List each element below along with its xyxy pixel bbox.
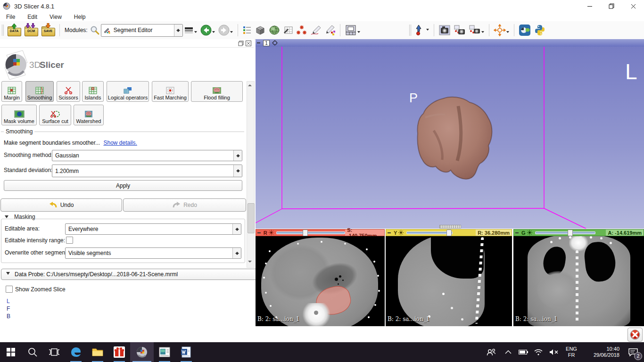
effect-surface-cut-button[interactable]: Surface cut (39, 105, 71, 125)
annotate-color-pen-button[interactable] (324, 25, 336, 35)
toolbar-grip[interactable] (2, 25, 4, 36)
green-slice-pin-button[interactable] (515, 232, 519, 233)
effect-margin-button[interactable]: Margin (1, 81, 22, 102)
editable-area-combobox[interactable]: Everywhere (65, 223, 241, 235)
taskbar-search-button[interactable] (22, 342, 43, 362)
scene-view-button[interactable] (454, 25, 466, 36)
tray-expand-button[interactable] (501, 342, 516, 362)
module-selector-spinner[interactable] (174, 25, 182, 36)
green-slice-viewport[interactable]: B: 2: sa...ion_1 (513, 236, 644, 326)
stddev-spinner[interactable] (233, 165, 242, 177)
green-slice-visibility-icon[interactable] (527, 230, 532, 235)
overwrite-combobox[interactable]: Visible segments (65, 247, 241, 259)
restore-button[interactable] (601, 0, 622, 12)
effect-mask-volume-button[interactable]: Mask volume (1, 105, 37, 125)
extensions-manager-button[interactable] (519, 24, 531, 36)
effect-flood-filling-button[interactable]: Flood filling (191, 81, 243, 102)
error-log-button[interactable] (627, 328, 643, 342)
toolbar-grip[interactable] (409, 25, 411, 36)
taskbar-word-button[interactable] (175, 342, 197, 362)
menu-file[interactable]: File (0, 14, 21, 20)
favorite-modules-button[interactable] (242, 25, 252, 35)
menu-help[interactable]: Help (68, 14, 92, 20)
show-details-link[interactable]: Show details. (103, 140, 137, 146)
red-slice-viewport[interactable]: B: 2: sa...ion_1 (256, 236, 385, 326)
module-history-button[interactable] (184, 26, 198, 34)
data-module-button[interactable] (255, 25, 266, 36)
minimize-button[interactable] (579, 0, 601, 12)
scroll-up-icon[interactable] (248, 82, 252, 85)
effect-logical-operators-button[interactable]: Logical operators (107, 81, 149, 102)
scene-view-menu-button[interactable] (469, 25, 485, 36)
effect-smoothing-button[interactable]: Smoothing (25, 81, 54, 102)
red-slice-pin-button[interactable] (257, 232, 261, 233)
effect-watershed-button[interactable]: Watershed (74, 105, 104, 125)
action-center-button[interactable]: 2 (622, 342, 644, 362)
tray-battery-button[interactable] (516, 342, 531, 362)
forward-button[interactable] (218, 25, 233, 36)
view-pin-button[interactable] (257, 42, 260, 43)
view-splitter-handle[interactable] (439, 225, 461, 229)
red-slice-visibility-icon[interactable] (269, 230, 274, 235)
threed-viewport[interactable]: P L (256, 47, 644, 229)
panel-scrollbar[interactable] (247, 81, 255, 268)
menu-edit[interactable]: Edit (21, 14, 43, 20)
effect-fast-marching-button[interactable]: Fast Marching (152, 81, 189, 102)
load-data-button[interactable]: DATA (7, 24, 21, 36)
red-slice-slider[interactable] (276, 231, 345, 234)
task-view-button[interactable] (43, 342, 65, 362)
green-slice-slider[interactable] (535, 231, 595, 234)
start-button[interactable] (0, 342, 22, 362)
yellow-slice-visibility-icon[interactable] (398, 230, 404, 235)
module-search-button[interactable] (90, 25, 99, 35)
stddev-spinbox[interactable]: 1.200mm (52, 165, 242, 177)
tray-clock[interactable]: 10:40 29/06/2018 (581, 346, 622, 358)
menu-view[interactable]: View (43, 14, 68, 20)
taskbar-slicer-button[interactable] (130, 342, 154, 362)
effect-islands-button[interactable]: Islands (82, 81, 104, 102)
smoothing-method-combobox[interactable]: Gaussian (52, 150, 242, 161)
taskbar-gift-app-button[interactable] (108, 342, 130, 362)
yellow-slice-viewport[interactable]: B: 2: sa...ion_1 (386, 236, 512, 326)
show-zoomed-slice-checkbox[interactable] (6, 286, 13, 293)
red-slice-slider-handle[interactable] (303, 230, 308, 236)
module-selector-combobox[interactable]: Segment Editor (101, 24, 183, 37)
tray-people-button[interactable] (482, 342, 501, 362)
sample-data-button[interactable] (296, 25, 307, 35)
green-slice-slider-handle[interactable] (568, 230, 573, 236)
smoothing-method-spinner[interactable] (233, 150, 242, 161)
yellow-slice-slider-handle[interactable] (446, 230, 452, 236)
effect-scissors-button[interactable]: Scissors (57, 81, 80, 102)
close-panel-icon[interactable] (246, 41, 251, 46)
editable-area-spinner[interactable] (232, 224, 241, 234)
taskbar-viewer-button[interactable] (154, 342, 175, 362)
tray-language-indicator[interactable]: ENG FR (562, 346, 581, 358)
intensity-range-checkbox[interactable] (66, 237, 73, 244)
back-button[interactable] (200, 25, 215, 36)
redo-button[interactable]: Redo (123, 198, 246, 212)
place-fiducial-button[interactable] (414, 25, 423, 36)
view-options-gear-icon[interactable] (272, 40, 278, 46)
overwrite-spinner[interactable] (232, 248, 241, 258)
taskbar-edge-button[interactable] (65, 342, 87, 362)
tray-volume-button[interactable] (546, 342, 562, 362)
yellow-slice-pin-button[interactable] (388, 232, 391, 233)
undo-button[interactable]: Undo (0, 198, 122, 212)
float-panel-icon[interactable] (238, 41, 244, 46)
data-probe-header-button[interactable]: Data Probe: C:/Users/msepty/Desktop/...2… (1, 269, 258, 280)
volume-rendering-button[interactable] (269, 25, 280, 36)
fiducial-menu-button[interactable] (426, 29, 429, 32)
save-button[interactable]: SAVE (41, 24, 55, 36)
taskbar-explorer-button[interactable] (87, 342, 108, 362)
scrollbar-thumb[interactable] (248, 203, 255, 233)
python-console-button[interactable] (534, 24, 546, 36)
tray-wifi-button[interactable] (531, 342, 546, 362)
annotate-pen-button[interactable] (310, 25, 322, 35)
yellow-slice-slider[interactable] (406, 231, 453, 234)
load-dicom-button[interactable]: DCM (24, 24, 38, 36)
editor-button[interactable] (283, 25, 293, 35)
scroll-down-icon[interactable] (248, 262, 252, 264)
crosshair-button[interactable] (494, 24, 510, 36)
layout-selector-button[interactable] (345, 25, 361, 36)
close-button[interactable] (622, 0, 644, 12)
